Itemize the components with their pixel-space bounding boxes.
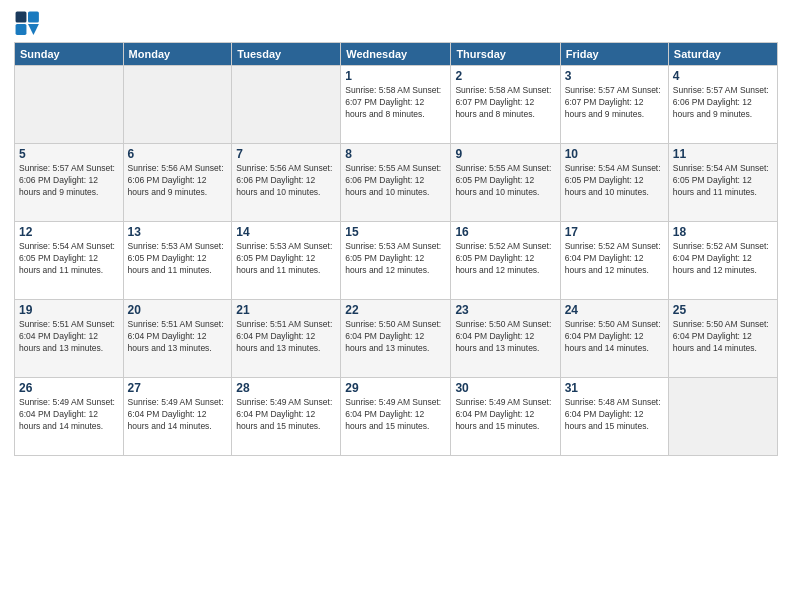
day-number: 30 xyxy=(455,381,555,395)
day-detail: Sunrise: 5:49 AM Sunset: 6:04 PM Dayligh… xyxy=(19,397,119,433)
day-detail: Sunrise: 5:49 AM Sunset: 6:04 PM Dayligh… xyxy=(455,397,555,433)
weekday-header-monday: Monday xyxy=(123,43,232,66)
logo-icon xyxy=(14,10,42,38)
day-number: 10 xyxy=(565,147,664,161)
calendar-week-5: 26Sunrise: 5:49 AM Sunset: 6:04 PM Dayli… xyxy=(15,378,778,456)
day-number: 24 xyxy=(565,303,664,317)
day-detail: Sunrise: 5:58 AM Sunset: 6:07 PM Dayligh… xyxy=(455,85,555,121)
day-detail: Sunrise: 5:50 AM Sunset: 6:04 PM Dayligh… xyxy=(455,319,555,355)
day-number: 1 xyxy=(345,69,446,83)
calendar-cell: 28Sunrise: 5:49 AM Sunset: 6:04 PM Dayli… xyxy=(232,378,341,456)
calendar-cell: 6Sunrise: 5:56 AM Sunset: 6:06 PM Daylig… xyxy=(123,144,232,222)
calendar-table: SundayMondayTuesdayWednesdayThursdayFrid… xyxy=(14,42,778,456)
day-number: 16 xyxy=(455,225,555,239)
day-number: 7 xyxy=(236,147,336,161)
calendar-cell: 7Sunrise: 5:56 AM Sunset: 6:06 PM Daylig… xyxy=(232,144,341,222)
day-number: 29 xyxy=(345,381,446,395)
day-number: 27 xyxy=(128,381,228,395)
svg-marker-3 xyxy=(28,24,39,35)
calendar-cell: 27Sunrise: 5:49 AM Sunset: 6:04 PM Dayli… xyxy=(123,378,232,456)
day-detail: Sunrise: 5:51 AM Sunset: 6:04 PM Dayligh… xyxy=(236,319,336,355)
calendar-cell xyxy=(15,66,124,144)
day-detail: Sunrise: 5:52 AM Sunset: 6:05 PM Dayligh… xyxy=(455,241,555,277)
weekday-header-thursday: Thursday xyxy=(451,43,560,66)
day-detail: Sunrise: 5:58 AM Sunset: 6:07 PM Dayligh… xyxy=(345,85,446,121)
calendar-cell: 16Sunrise: 5:52 AM Sunset: 6:05 PM Dayli… xyxy=(451,222,560,300)
calendar-cell: 5Sunrise: 5:57 AM Sunset: 6:06 PM Daylig… xyxy=(15,144,124,222)
day-detail: Sunrise: 5:54 AM Sunset: 6:05 PM Dayligh… xyxy=(19,241,119,277)
calendar-cell: 8Sunrise: 5:55 AM Sunset: 6:06 PM Daylig… xyxy=(341,144,451,222)
day-number: 25 xyxy=(673,303,773,317)
day-number: 21 xyxy=(236,303,336,317)
day-number: 18 xyxy=(673,225,773,239)
day-number: 11 xyxy=(673,147,773,161)
day-detail: Sunrise: 5:49 AM Sunset: 6:04 PM Dayligh… xyxy=(128,397,228,433)
day-number: 17 xyxy=(565,225,664,239)
calendar-week-2: 5Sunrise: 5:57 AM Sunset: 6:06 PM Daylig… xyxy=(15,144,778,222)
calendar-cell: 14Sunrise: 5:53 AM Sunset: 6:05 PM Dayli… xyxy=(232,222,341,300)
day-number: 14 xyxy=(236,225,336,239)
day-number: 20 xyxy=(128,303,228,317)
calendar-cell: 20Sunrise: 5:51 AM Sunset: 6:04 PM Dayli… xyxy=(123,300,232,378)
day-detail: Sunrise: 5:52 AM Sunset: 6:04 PM Dayligh… xyxy=(673,241,773,277)
day-detail: Sunrise: 5:53 AM Sunset: 6:05 PM Dayligh… xyxy=(128,241,228,277)
day-detail: Sunrise: 5:57 AM Sunset: 6:06 PM Dayligh… xyxy=(19,163,119,199)
calendar-cell xyxy=(232,66,341,144)
header xyxy=(14,10,778,38)
day-detail: Sunrise: 5:51 AM Sunset: 6:04 PM Dayligh… xyxy=(128,319,228,355)
calendar-cell: 24Sunrise: 5:50 AM Sunset: 6:04 PM Dayli… xyxy=(560,300,668,378)
day-detail: Sunrise: 5:53 AM Sunset: 6:05 PM Dayligh… xyxy=(345,241,446,277)
day-detail: Sunrise: 5:49 AM Sunset: 6:04 PM Dayligh… xyxy=(236,397,336,433)
calendar-cell: 11Sunrise: 5:54 AM Sunset: 6:05 PM Dayli… xyxy=(668,144,777,222)
page: SundayMondayTuesdayWednesdayThursdayFrid… xyxy=(0,0,792,612)
day-detail: Sunrise: 5:54 AM Sunset: 6:05 PM Dayligh… xyxy=(565,163,664,199)
calendar-cell: 29Sunrise: 5:49 AM Sunset: 6:04 PM Dayli… xyxy=(341,378,451,456)
calendar-cell: 4Sunrise: 5:57 AM Sunset: 6:06 PM Daylig… xyxy=(668,66,777,144)
day-detail: Sunrise: 5:55 AM Sunset: 6:06 PM Dayligh… xyxy=(345,163,446,199)
day-detail: Sunrise: 5:56 AM Sunset: 6:06 PM Dayligh… xyxy=(128,163,228,199)
day-detail: Sunrise: 5:49 AM Sunset: 6:04 PM Dayligh… xyxy=(345,397,446,433)
calendar-week-4: 19Sunrise: 5:51 AM Sunset: 6:04 PM Dayli… xyxy=(15,300,778,378)
day-number: 3 xyxy=(565,69,664,83)
svg-rect-2 xyxy=(28,12,39,23)
calendar-cell: 26Sunrise: 5:49 AM Sunset: 6:04 PM Dayli… xyxy=(15,378,124,456)
weekday-header-tuesday: Tuesday xyxy=(232,43,341,66)
day-number: 12 xyxy=(19,225,119,239)
calendar-cell: 15Sunrise: 5:53 AM Sunset: 6:05 PM Dayli… xyxy=(341,222,451,300)
svg-rect-0 xyxy=(16,12,27,23)
day-number: 5 xyxy=(19,147,119,161)
svg-rect-1 xyxy=(16,24,27,35)
calendar-cell: 12Sunrise: 5:54 AM Sunset: 6:05 PM Dayli… xyxy=(15,222,124,300)
calendar-cell: 21Sunrise: 5:51 AM Sunset: 6:04 PM Dayli… xyxy=(232,300,341,378)
weekday-header-wednesday: Wednesday xyxy=(341,43,451,66)
day-detail: Sunrise: 5:57 AM Sunset: 6:07 PM Dayligh… xyxy=(565,85,664,121)
day-number: 8 xyxy=(345,147,446,161)
day-number: 13 xyxy=(128,225,228,239)
day-detail: Sunrise: 5:50 AM Sunset: 6:04 PM Dayligh… xyxy=(345,319,446,355)
logo xyxy=(14,10,46,38)
calendar-cell xyxy=(668,378,777,456)
day-number: 19 xyxy=(19,303,119,317)
day-detail: Sunrise: 5:52 AM Sunset: 6:04 PM Dayligh… xyxy=(565,241,664,277)
calendar-cell xyxy=(123,66,232,144)
calendar-cell: 10Sunrise: 5:54 AM Sunset: 6:05 PM Dayli… xyxy=(560,144,668,222)
weekday-header-sunday: Sunday xyxy=(15,43,124,66)
calendar-cell: 22Sunrise: 5:50 AM Sunset: 6:04 PM Dayli… xyxy=(341,300,451,378)
calendar-cell: 9Sunrise: 5:55 AM Sunset: 6:05 PM Daylig… xyxy=(451,144,560,222)
calendar-cell: 23Sunrise: 5:50 AM Sunset: 6:04 PM Dayli… xyxy=(451,300,560,378)
calendar-cell: 2Sunrise: 5:58 AM Sunset: 6:07 PM Daylig… xyxy=(451,66,560,144)
day-detail: Sunrise: 5:54 AM Sunset: 6:05 PM Dayligh… xyxy=(673,163,773,199)
weekday-header-saturday: Saturday xyxy=(668,43,777,66)
day-number: 4 xyxy=(673,69,773,83)
day-number: 15 xyxy=(345,225,446,239)
calendar-cell: 1Sunrise: 5:58 AM Sunset: 6:07 PM Daylig… xyxy=(341,66,451,144)
calendar-cell: 25Sunrise: 5:50 AM Sunset: 6:04 PM Dayli… xyxy=(668,300,777,378)
day-number: 9 xyxy=(455,147,555,161)
weekday-header-row: SundayMondayTuesdayWednesdayThursdayFrid… xyxy=(15,43,778,66)
day-detail: Sunrise: 5:55 AM Sunset: 6:05 PM Dayligh… xyxy=(455,163,555,199)
calendar-cell: 18Sunrise: 5:52 AM Sunset: 6:04 PM Dayli… xyxy=(668,222,777,300)
calendar-cell: 3Sunrise: 5:57 AM Sunset: 6:07 PM Daylig… xyxy=(560,66,668,144)
calendar-week-3: 12Sunrise: 5:54 AM Sunset: 6:05 PM Dayli… xyxy=(15,222,778,300)
day-detail: Sunrise: 5:51 AM Sunset: 6:04 PM Dayligh… xyxy=(19,319,119,355)
day-number: 6 xyxy=(128,147,228,161)
